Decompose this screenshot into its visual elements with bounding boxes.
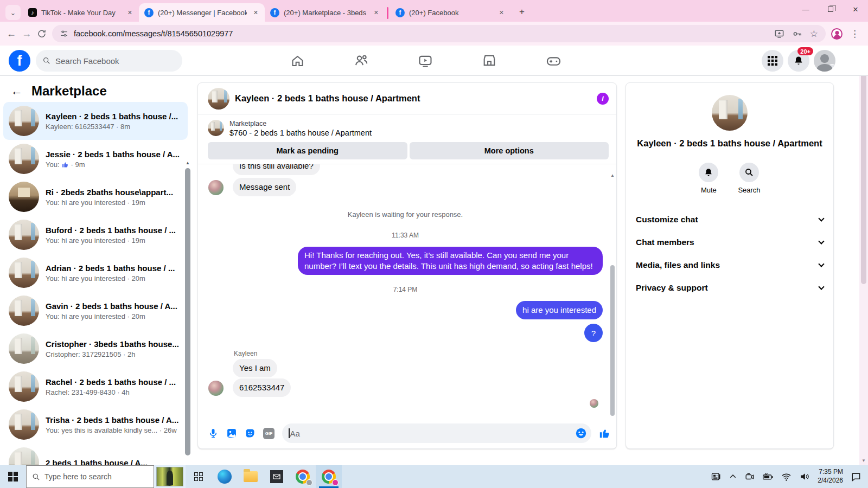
new-tab-button[interactable]: +	[515, 7, 529, 17]
notifications-button[interactable]: 20+	[788, 50, 809, 72]
browser-profile-avatar[interactable]	[831, 28, 843, 40]
scroll-down-icon[interactable]: ▼	[859, 458, 868, 463]
tray-expand-chevron-icon[interactable]	[729, 473, 737, 480]
forward-icon[interactable]: →	[22, 28, 31, 40]
window-restore-button[interactable]	[818, 0, 843, 18]
chat-scroll-up-icon[interactable]: ▲	[610, 173, 615, 178]
url-bar[interactable]: facebook.com/messages/t/815456501029977 …	[52, 25, 826, 42]
details-avatar[interactable]	[712, 95, 748, 131]
news-widget-icon[interactable]	[711, 471, 722, 482]
voice-clip-icon[interactable]	[208, 428, 219, 439]
browser-menu-icon[interactable]: ⋮	[848, 28, 861, 40]
refresh-icon[interactable]	[37, 29, 47, 38]
taskbar-mail[interactable]	[264, 465, 290, 488]
install-app-icon[interactable]	[774, 29, 784, 39]
conversation-trisha[interactable]: Trisha · 2 beds 1 baths house / A... You…	[3, 406, 188, 444]
conversation-title: 2 beds 1 baths house / A...	[46, 458, 180, 466]
tab-tiktok[interactable]: ♪ TikTok - Make Your Day ✕	[23, 3, 139, 22]
gif-icon[interactable]: GIF	[263, 428, 275, 439]
windows-logo-icon	[8, 472, 18, 481]
profile-avatar[interactable]: ⌄	[814, 50, 835, 72]
marketplace-icon[interactable]	[482, 53, 497, 68]
section-chat-members[interactable]: Chat members	[626, 231, 833, 254]
taskbar-chrome-profile2[interactable]	[316, 465, 342, 488]
facebook-logo[interactable]: f	[9, 50, 30, 72]
mark-as-pending-button[interactable]: Mark as pending	[208, 142, 407, 159]
conversation-adrian[interactable]: Adrian · 2 beds 1 baths house / ... You:…	[3, 254, 188, 292]
listing-avatar	[9, 106, 39, 136]
listing-thumbnail	[208, 120, 224, 136]
conversation-preview: You: hi are you interested · 19m	[46, 198, 180, 207]
wifi-icon[interactable]	[781, 472, 792, 482]
taskbar-search-input[interactable]: Type here to search	[26, 465, 154, 488]
start-button[interactable]	[0, 465, 26, 488]
like-icon[interactable]	[599, 427, 611, 439]
camera-tray-icon[interactable]	[744, 472, 755, 482]
tab-facebook[interactable]: f (20+) Facebook ✕	[390, 3, 510, 22]
emoji-icon[interactable]	[575, 427, 587, 439]
tab-close-icon[interactable]: ✕	[372, 8, 381, 17]
more-options-button[interactable]: More options	[410, 142, 609, 159]
chat-scrollbar[interactable]	[610, 265, 615, 416]
tab-marketplace[interactable]: f (20+) Marketplace - 3beds 1bat ✕	[265, 3, 385, 22]
mute-button[interactable]: Mute	[699, 163, 718, 194]
watch-icon[interactable]	[418, 53, 433, 68]
taskbar-chrome-profile1[interactable]	[290, 465, 316, 488]
back-icon[interactable]: ←	[7, 28, 16, 40]
sidebar-scroll-up-icon[interactable]: ▲	[186, 160, 190, 165]
message-input[interactable]: Aa	[282, 423, 591, 443]
listing-avatar	[9, 258, 39, 288]
facebook-search-input[interactable]: Search Facebook	[36, 50, 182, 72]
attach-image-icon[interactable]	[226, 428, 237, 439]
taskbar-clock[interactable]: 7:35 PM 2/4/2026	[818, 468, 843, 485]
scrollbar-thumb[interactable]	[861, 56, 866, 284]
section-media-files-links[interactable]: Media, files and links	[626, 254, 833, 277]
grid-icon	[768, 56, 777, 66]
tab-messenger[interactable]: f (20+) Messenger | Facebook ✕	[139, 3, 265, 22]
site-settings-icon[interactable]	[60, 29, 68, 38]
page-scrollbar[interactable]: ▲ ▼	[859, 46, 868, 465]
conversation-partial[interactable]: 2 beds 1 baths house / A...	[3, 444, 188, 465]
conversation-preview: You: hi are you interested · 20m	[46, 312, 180, 320]
tab-list-chevron-icon[interactable]: ⌄	[5, 5, 21, 20]
window-minimize-button[interactable]: —	[793, 0, 818, 18]
gaming-icon[interactable]	[546, 53, 561, 69]
bookmark-star-icon[interactable]: ☆	[810, 28, 818, 40]
conversation-preview: You: hi are you interested · 19m	[46, 236, 180, 245]
message-received: Message sent	[233, 178, 603, 196]
volume-icon[interactable]	[799, 471, 810, 482]
sticker-icon[interactable]	[245, 428, 256, 439]
search-in-conversation-button[interactable]: Search	[738, 163, 760, 194]
tab-close-icon[interactable]: ✕	[125, 8, 135, 17]
section-privacy-support[interactable]: Privacy & support	[626, 277, 833, 299]
conversation-jessie[interactable]: Jessie · 2 beds 1 baths house / A... You…	[3, 140, 188, 178]
back-arrow-icon[interactable]: ←	[11, 84, 23, 98]
chat-avatar[interactable]	[208, 88, 229, 110]
taskbar-photo-app[interactable]	[154, 465, 186, 488]
message-received-clipped: Is this still available?	[233, 164, 603, 175]
conversation-info-icon[interactable]: i	[597, 93, 609, 105]
home-icon[interactable]	[290, 54, 305, 68]
window-close-button[interactable]: ✕	[843, 0, 868, 18]
conversation-gavin[interactable]: Gavin · 2 beds 1 baths house / A... You:…	[3, 292, 188, 330]
password-key-icon[interactable]	[792, 29, 802, 39]
sidebar-scrollbar[interactable]	[185, 168, 190, 455]
conversation-title: Adrian · 2 beds 1 baths house / ...	[46, 264, 180, 273]
section-customize-chat[interactable]: Customize chat	[626, 208, 833, 231]
menu-grid-button[interactable]	[762, 50, 783, 72]
conversation-cristopher[interactable]: Cristopher · 3beds 1baths house... Crist…	[3, 330, 188, 368]
conversation-kayleen[interactable]: Kayleen · 2 beds 1 baths house /... Kayl…	[3, 102, 188, 140]
taskbar-edge[interactable]	[212, 465, 238, 488]
tab-close-icon[interactable]: ✕	[251, 8, 260, 17]
conversation-buford[interactable]: Buford · 2 beds 1 baths house / ... You:…	[3, 216, 188, 254]
friends-icon[interactable]	[354, 53, 369, 68]
facebook-search-placeholder: Search Facebook	[55, 56, 119, 66]
task-view-button[interactable]	[186, 465, 212, 488]
windows-taskbar: Type here to search 7:35 PM 2/4/2026	[0, 465, 868, 488]
conversation-ri[interactable]: Ri · 2beds 2baths house\appart... You: h…	[3, 178, 188, 216]
conversation-rachel[interactable]: Rachel · 2 beds 1 baths house / ... Rach…	[3, 368, 188, 406]
battery-icon[interactable]	[762, 471, 774, 483]
tab-close-icon[interactable]: ✕	[497, 8, 506, 17]
action-center-icon[interactable]	[851, 471, 861, 482]
taskbar-file-explorer[interactable]	[238, 465, 264, 488]
